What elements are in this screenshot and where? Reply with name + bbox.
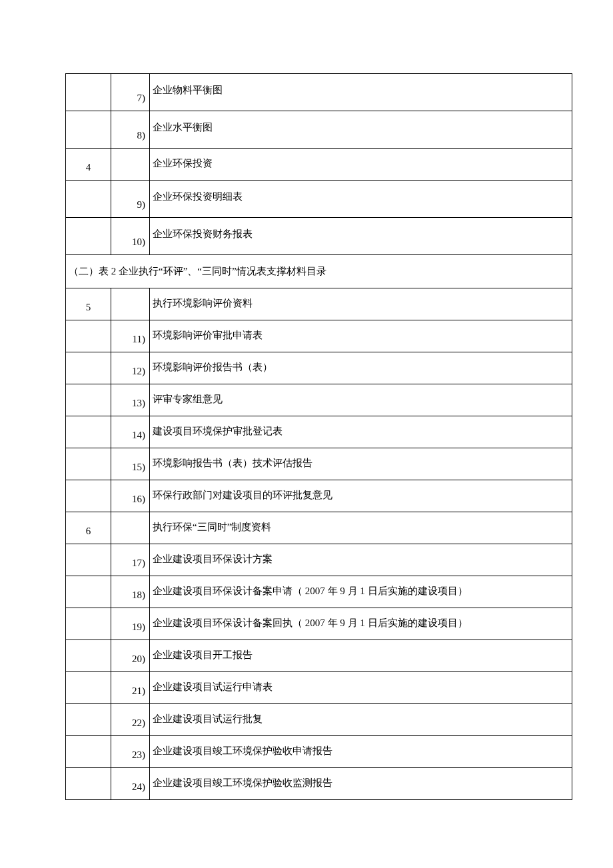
table-row: 24)企业建设项目竣工环境保护验收监测报告 [66,768,572,800]
row-number [66,576,111,608]
item-number: 7) [111,74,150,111]
row-number [66,672,111,704]
row-number: 6 [66,512,111,544]
table-row: 7)企业物料平衡图 [66,74,572,111]
table-row: 16)环保行政部门对建设项目的环评批复意见 [66,480,572,512]
item-number [111,149,150,181]
item-title: 企业建设项目试运行批复 [150,704,572,736]
row-number [66,218,111,255]
row-number [66,544,111,576]
item-title: 执行环保“三同时”制度资料 [150,512,572,544]
item-title: 企业环保投资明细表 [150,181,572,218]
table-row: 20)企业建设项目开工报告 [66,640,572,672]
row-number: 5 [66,288,111,320]
item-title: 企业建设项目环保设计备案申请（ 2007 年 9 月 1 日后实施的建设项目） [150,576,572,608]
table-row: 18)企业建设项目环保设计备案申请（ 2007 年 9 月 1 日后实施的建设项… [66,576,572,608]
item-title: 环境影响报告书（表）技术评估报告 [150,448,572,480]
table-row: 10)企业环保投资财务报表 [66,218,572,255]
item-title: 企业水平衡图 [150,111,572,149]
table-row: 23)企业建设项目竣工环境保护验收申请报告 [66,736,572,768]
item-number: 8) [111,111,150,149]
item-title: 企业环保投资财务报表 [150,218,572,255]
row-number [66,608,111,640]
table-row: 15)环境影响报告书（表）技术评估报告 [66,448,572,480]
item-number: 11) [111,320,150,352]
row-number [66,320,111,352]
item-title: 评审专家组意见 [150,384,572,416]
item-title: 企业建设项目环保设计方案 [150,544,572,576]
row-number [66,74,111,111]
row-number [66,352,111,384]
document-page: 7)企业物料平衡图8)企业水平衡图4企业环保投资9)企业环保投资明细表10)企业… [0,73,613,800]
item-number: 20) [111,640,150,672]
item-number: 12) [111,352,150,384]
table-row: 19)企业建设项目环保设计备案回执（ 2007 年 9 月 1 日后实施的建设项… [66,608,572,640]
item-title: 企业环保投资 [150,149,572,181]
row-number [66,384,111,416]
table-row: 21)企业建设项目试运行申请表 [66,672,572,704]
table-row: 4企业环保投资 [66,149,572,181]
row-number [66,480,111,512]
row-number [66,111,111,149]
item-number: 13) [111,384,150,416]
row-number [66,768,111,800]
table-row: 13)评审专家组意见 [66,384,572,416]
item-number: 17) [111,544,150,576]
item-number: 10) [111,218,150,255]
item-title: 执行环境影响评价资料 [150,288,572,320]
item-title: 环境影响评价报告书（表） [150,352,572,384]
item-number: 21) [111,672,150,704]
item-number [111,288,150,320]
item-title: 企业建设项目试运行申请表 [150,672,572,704]
row-number [66,448,111,480]
item-title: 企业物料平衡图 [150,74,572,111]
table-row: 8)企业水平衡图 [66,111,572,149]
item-title: 建设项目环境保护审批登记表 [150,416,572,448]
section-heading: （二）表 2 企业执行“环评”、“三同时”情况表支撑材料目录 [66,255,572,288]
table-row: 14)建设项目环境保护审批登记表 [66,416,572,448]
item-number: 18) [111,576,150,608]
row-number [66,181,111,218]
table-row: 9)企业环保投资明细表 [66,181,572,218]
row-number [66,704,111,736]
item-title: 企业建设项目竣工环境保护验收申请报告 [150,736,572,768]
item-title: 环境影响评价审批申请表 [150,320,572,352]
table-row: 11)环境影响评价审批申请表 [66,320,572,352]
table-row: 6执行环保“三同时”制度资料 [66,512,572,544]
item-number: 22) [111,704,150,736]
item-number: 19) [111,608,150,640]
table-row: 17)企业建设项目环保设计方案 [66,544,572,576]
table-row: 22)企业建设项目试运行批复 [66,704,572,736]
item-number: 24) [111,768,150,800]
row-number: 4 [66,149,111,181]
item-number: 15) [111,448,150,480]
table-row: （二）表 2 企业执行“环评”、“三同时”情况表支撑材料目录 [66,255,572,288]
item-title: 环保行政部门对建设项目的环评批复意见 [150,480,572,512]
item-title: 企业建设项目开工报告 [150,640,572,672]
catalog-table: 7)企业物料平衡图8)企业水平衡图4企业环保投资9)企业环保投资明细表10)企业… [65,73,572,800]
table-row: 12)环境影响评价报告书（表） [66,352,572,384]
item-number [111,512,150,544]
item-title: 企业建设项目竣工环境保护验收监测报告 [150,768,572,800]
item-title: 企业建设项目环保设计备案回执（ 2007 年 9 月 1 日后实施的建设项目） [150,608,572,640]
item-number: 9) [111,181,150,218]
item-number: 23) [111,736,150,768]
row-number [66,640,111,672]
row-number [66,736,111,768]
table-row: 5执行环境影响评价资料 [66,288,572,320]
row-number [66,416,111,448]
item-number: 16) [111,480,150,512]
item-number: 14) [111,416,150,448]
